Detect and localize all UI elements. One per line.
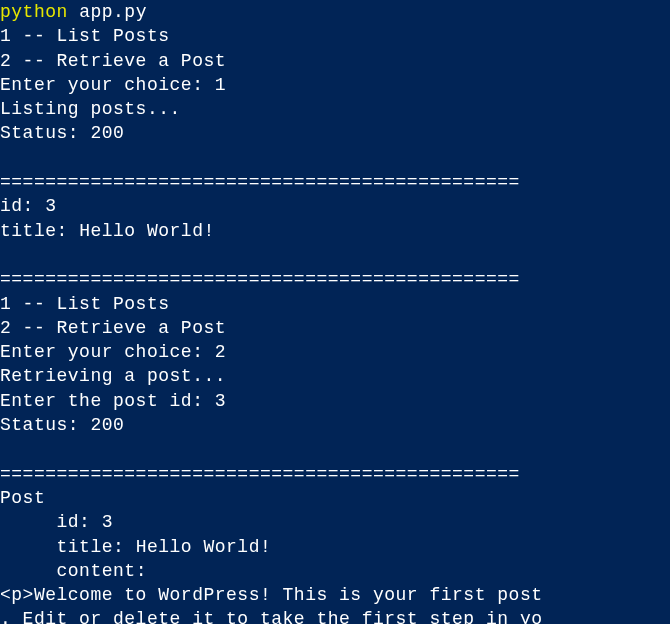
menu1-option2: 2 -- Retrieve a Post — [0, 51, 226, 71]
command-script: app.py — [79, 2, 147, 22]
prompt2-postid: Enter the post id: 3 — [0, 391, 226, 411]
run1-post-title: title: Hello World! — [0, 221, 215, 241]
run1-post-id: id: 3 — [0, 196, 57, 216]
menu2-option2: 2 -- Retrieve a Post — [0, 318, 226, 338]
run1-status: Status: 200 — [0, 123, 124, 143]
divider: ========================================… — [0, 464, 520, 484]
run2-post-content-label: content: — [0, 561, 147, 581]
run2-post-heading: Post — [0, 488, 45, 508]
divider: ========================================… — [0, 172, 520, 192]
run2-status: Status: 200 — [0, 415, 124, 435]
command-prefix: python — [0, 2, 68, 22]
run2-post-content-line1: <p>Welcome to WordPress! This is your fi… — [0, 585, 542, 605]
prompt2-choice: Enter your choice: 2 — [0, 342, 226, 362]
run1-action: Listing posts... — [0, 99, 181, 119]
run2-post-id: id: 3 — [0, 512, 113, 532]
menu2-option1: 1 -- List Posts — [0, 294, 170, 314]
run2-post-content-line2: . Edit or delete it to take the first st… — [0, 609, 542, 624]
run2-post-title: title: Hello World! — [0, 537, 271, 557]
divider: ========================================… — [0, 269, 520, 289]
run2-action: Retrieving a post... — [0, 366, 226, 386]
menu1-option1: 1 -- List Posts — [0, 26, 170, 46]
prompt1-choice: Enter your choice: 1 — [0, 75, 226, 95]
